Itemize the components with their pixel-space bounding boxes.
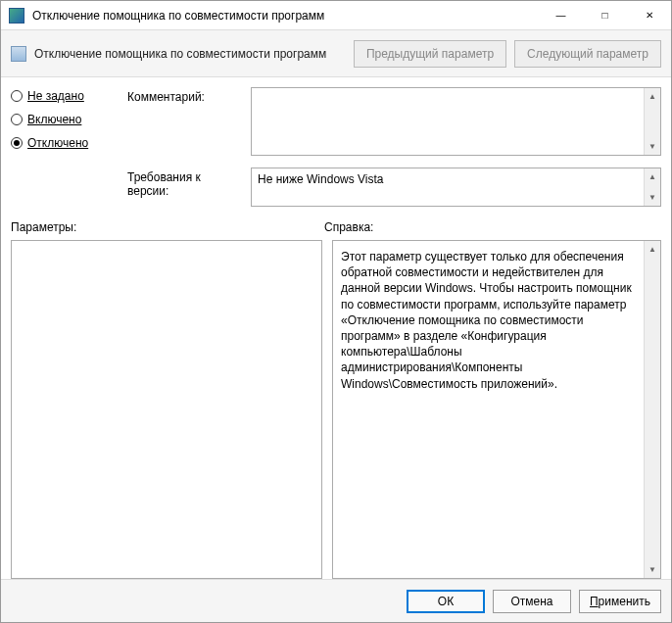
footer: ОК Отмена Применить [1,579,671,622]
close-button[interactable]: ✕ [627,1,671,29]
help-text: Этот параметр существует только для обес… [333,241,660,400]
apply-button[interactable]: Применить [579,590,661,613]
scrollbar[interactable]: ▲ ▼ [644,241,660,578]
scroll-up-icon[interactable]: ▲ [645,88,660,105]
radio-label: Отключено [27,136,88,150]
scrollbar[interactable]: ▲ ▼ [644,168,660,206]
scroll-up-icon[interactable]: ▲ [645,168,660,185]
scroll-down-icon[interactable]: ▼ [645,138,660,155]
cancel-button[interactable]: Отмена [493,590,571,613]
radio-disabled[interactable]: Отключено [11,136,114,150]
comment-label: Комментарий: [127,87,245,104]
policy-title: Отключение помощника по совместимости пр… [34,47,346,61]
top-row: Не задано Включено Отключено Комментарий… [11,87,661,207]
state-radio-group: Не задано Включено Отключено [11,87,114,207]
content-area: Не задано Включено Отключено Комментарий… [1,77,671,579]
parameters-pane [11,240,322,579]
previous-setting-button[interactable]: Предыдущий параметр [354,40,506,68]
next-setting-button[interactable]: Следующий параметр [514,40,661,68]
help-label: Справка: [324,220,661,234]
policy-icon [11,46,26,62]
radio-enabled[interactable]: Включено [11,113,114,126]
minimize-button[interactable]: — [539,1,583,29]
version-label: Требования к версии: [127,168,245,198]
panes: Этот параметр существует только для обес… [11,240,661,579]
radio-label: Включено [27,113,81,126]
radio-icon [11,137,23,149]
subheader: Отключение помощника по совместимости пр… [1,30,671,77]
radio-not-configured[interactable]: Не задано [11,89,114,103]
radio-icon [11,114,23,125]
window-title: Отключение помощника по совместимости пр… [32,9,539,23]
maximize-button[interactable]: □ [583,1,627,29]
fields: Комментарий: ▲ ▼ Требования к версии: Не… [127,87,661,207]
radio-label: Не задано [27,89,84,103]
scroll-down-icon[interactable]: ▼ [645,189,660,206]
ok-button[interactable]: ОК [407,590,485,613]
version-textbox: Не ниже Windows Vista ▲ ▼ [251,168,661,207]
comment-textbox[interactable]: ▲ ▼ [251,87,661,156]
radio-icon [11,90,23,102]
pane-labels: Параметры: Справка: [11,220,661,234]
scrollbar[interactable]: ▲ ▼ [644,88,660,155]
help-pane: Этот параметр существует только для обес… [332,240,661,579]
scroll-down-icon[interactable]: ▼ [645,561,660,578]
app-icon [9,8,24,24]
scroll-up-icon[interactable]: ▲ [645,241,660,258]
version-value: Не ниже Windows Vista [252,168,660,190]
parameters-label: Параметры: [11,220,324,234]
titlebar: Отключение помощника по совместимости пр… [1,1,671,30]
